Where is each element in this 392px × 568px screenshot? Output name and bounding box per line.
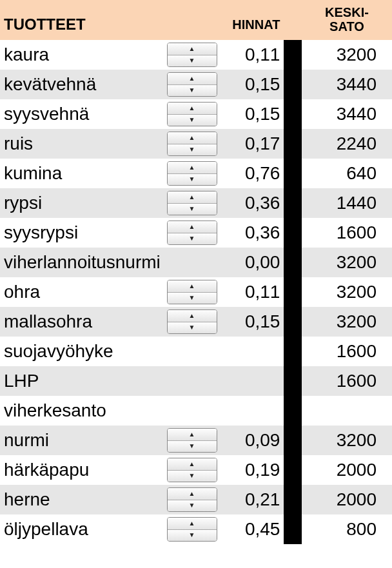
product-yield: 640 — [302, 159, 392, 188]
spinner-down-icon[interactable]: ▼ — [168, 471, 217, 482]
spinner-down-icon[interactable]: ▼ — [168, 530, 217, 542]
product-name: kaura — [0, 40, 163, 70]
spinner-down-icon[interactable]: ▼ — [168, 85, 217, 97]
header-keski-sato-line1: KESKI- — [325, 5, 369, 19]
product-name: härkäpapu — [0, 455, 163, 485]
price-spinner[interactable]: ▲▼ — [167, 191, 217, 215]
spinner-up-icon[interactable]: ▲ — [168, 280, 217, 293]
product-yield: 1440 — [302, 188, 392, 218]
column-separator — [284, 277, 302, 307]
spinner-up-icon[interactable]: ▲ — [168, 429, 217, 441]
product-price: 0,76 — [220, 159, 284, 188]
spinner-cell: ▲▼ — [163, 455, 220, 485]
price-spinner[interactable]: ▲▼ — [167, 428, 217, 453]
table-row: mallasohra▲▼0,153200 — [0, 307, 392, 337]
product-name: LHP — [0, 366, 163, 396]
product-yield: 3200 — [302, 426, 392, 455]
product-name: syysvehnä — [0, 99, 163, 129]
column-separator — [284, 218, 302, 248]
spinner-cell: ▲▼ — [163, 40, 220, 70]
column-separator — [284, 426, 302, 455]
column-separator — [284, 40, 302, 70]
spinner-up-icon[interactable]: ▲ — [168, 518, 217, 530]
product-yield: 2240 — [302, 129, 392, 159]
spinner-up-icon[interactable]: ▲ — [168, 458, 217, 471]
column-separator — [284, 396, 302, 426]
spinner-cell — [163, 337, 220, 366]
column-separator — [284, 248, 302, 277]
column-separator — [284, 188, 302, 218]
price-spinner[interactable]: ▲▼ — [167, 458, 217, 482]
header-keski-sato-line2: SATO — [329, 19, 364, 34]
product-price — [220, 337, 284, 366]
product-price: 0,11 — [220, 277, 284, 307]
spinner-down-icon[interactable]: ▼ — [168, 204, 217, 215]
product-name: ruis — [0, 129, 163, 159]
product-name: kevätvehnä — [0, 70, 163, 99]
product-yield: 3200 — [302, 277, 392, 307]
spinner-up-icon[interactable]: ▲ — [168, 73, 217, 85]
column-separator — [284, 129, 302, 159]
product-price: 0,15 — [220, 99, 284, 129]
column-separator — [284, 99, 302, 129]
product-name: rypsi — [0, 188, 163, 218]
spinner-down-icon[interactable]: ▼ — [168, 55, 217, 67]
spinner-up-icon[interactable]: ▲ — [168, 310, 217, 322]
price-spinner[interactable]: ▲▼ — [167, 102, 217, 126]
price-spinner[interactable]: ▲▼ — [167, 72, 217, 97]
spinner-down-icon[interactable]: ▼ — [168, 293, 217, 304]
product-price: 0,11 — [220, 40, 284, 70]
price-spinner[interactable]: ▲▼ — [167, 517, 217, 542]
price-spinner[interactable]: ▲▼ — [167, 161, 217, 186]
header-tuotteet: TUOTTEET — [0, 0, 163, 40]
spinner-down-icon[interactable]: ▼ — [168, 233, 217, 245]
spinner-up-icon[interactable]: ▲ — [168, 488, 217, 500]
spinner-down-icon[interactable]: ▼ — [168, 115, 217, 126]
product-name: ohra — [0, 277, 163, 307]
table-row: ohra▲▼0,113200 — [0, 277, 392, 307]
spinner-up-icon[interactable]: ▲ — [168, 103, 217, 115]
product-name: kumina — [0, 159, 163, 188]
spinner-down-icon[interactable]: ▼ — [168, 174, 217, 186]
spinner-down-icon[interactable]: ▼ — [168, 441, 217, 453]
product-price: 0,15 — [220, 70, 284, 99]
table-row: viherlannoitusnurmi0,003200 — [0, 248, 392, 277]
product-price: 0,21 — [220, 485, 284, 514]
price-spinner[interactable]: ▲▼ — [167, 220, 217, 245]
spinner-down-icon[interactable]: ▼ — [168, 144, 217, 156]
spinner-cell — [163, 248, 220, 277]
column-separator — [284, 455, 302, 485]
column-separator — [284, 485, 302, 514]
spinner-up-icon[interactable]: ▲ — [168, 221, 217, 233]
spinner-cell: ▲▼ — [163, 70, 220, 99]
price-spinner[interactable]: ▲▼ — [167, 132, 217, 156]
product-yield: 1600 — [302, 218, 392, 248]
product-yield — [302, 396, 392, 426]
product-name: syysrypsi — [0, 218, 163, 248]
spinner-cell: ▲▼ — [163, 485, 220, 514]
table-row: suojavyöhyke1600 — [0, 337, 392, 366]
spinner-up-icon[interactable]: ▲ — [168, 162, 217, 174]
price-spinner[interactable]: ▲▼ — [167, 43, 217, 67]
table-row: kevätvehnä▲▼0,153440 — [0, 70, 392, 99]
spinner-up-icon[interactable]: ▲ — [168, 43, 217, 55]
price-spinner[interactable]: ▲▼ — [167, 280, 217, 304]
price-spinner[interactable]: ▲▼ — [167, 487, 217, 512]
spinner-cell — [163, 366, 220, 396]
spinner-cell: ▲▼ — [163, 277, 220, 307]
spinner-up-icon[interactable]: ▲ — [168, 132, 217, 144]
table-row: ruis▲▼0,172240 — [0, 129, 392, 159]
product-name: mallasohra — [0, 307, 163, 337]
spinner-down-icon[interactable]: ▼ — [168, 500, 217, 512]
product-price: 0,09 — [220, 426, 284, 455]
product-yield: 1600 — [302, 366, 392, 396]
spinner-down-icon[interactable]: ▼ — [168, 322, 217, 334]
price-spinner[interactable]: ▲▼ — [167, 309, 217, 334]
product-price: 0,17 — [220, 129, 284, 159]
table-row: kumina▲▼0,76640 — [0, 159, 392, 188]
product-name: viherkesanto — [0, 396, 163, 426]
product-price: 0,00 — [220, 248, 284, 277]
column-separator — [284, 514, 302, 544]
spinner-up-icon[interactable]: ▲ — [168, 191, 217, 204]
spinner-cell: ▲▼ — [163, 218, 220, 248]
